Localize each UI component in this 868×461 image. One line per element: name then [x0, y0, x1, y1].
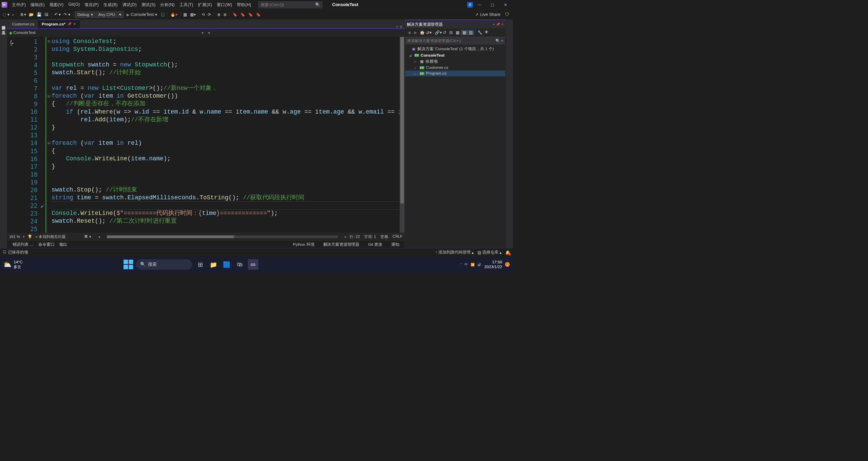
taskbar-notifications[interactable]: 1: [505, 262, 510, 267]
code-line-2[interactable]: using System.Diagnostics;: [52, 45, 400, 53]
close-tab-icon[interactable]: ✕: [73, 22, 76, 26]
visualstudio-icon[interactable]: ∞: [248, 259, 259, 270]
screwdriver-icon[interactable]: 🛠 ▾: [84, 234, 91, 239]
menu-0[interactable]: 文件(F): [10, 1, 28, 9]
solution-name-display[interactable]: ConsoleTest: [328, 1, 362, 8]
code-line-24[interactable]: swatch.Reset(); //第二次计时时进行重置: [52, 217, 400, 225]
nav-fwd-button[interactable]: ▸: [11, 11, 15, 18]
solution-search-input[interactable]: 搜索解决方案资源管理器(Ctrl+;) 🔍 ▾: [405, 37, 505, 44]
menu-3[interactable]: Git(G): [66, 1, 82, 9]
menu-2[interactable]: 视图(V): [47, 1, 66, 9]
code-line-25[interactable]: [52, 225, 400, 233]
edge-icon[interactable]: 🟦: [222, 259, 232, 270]
tb-icon-5[interactable]: ≣: [216, 11, 222, 18]
start-button[interactable]: [124, 260, 133, 269]
taskbar-weather[interactable]: ⛅ 14°C 多云: [3, 260, 22, 269]
maximize-button[interactable]: ▢: [487, 1, 498, 9]
volume-icon[interactable]: 🔊: [477, 263, 482, 266]
bottom-tab-right-3[interactable]: 通知: [389, 241, 402, 248]
hot-reload-icon[interactable]: 🔥▾: [169, 11, 179, 18]
se-home-icon[interactable]: 🏠: [419, 30, 425, 35]
code-line-20[interactable]: swatch.Stop(); //计时结束: [52, 186, 400, 194]
se-filter1-icon[interactable]: ▦: [461, 30, 467, 35]
bottom-tab-left-1[interactable]: 命令窗口: [36, 241, 57, 248]
se-preview-icon[interactable]: 👁: [484, 30, 490, 35]
new-item-button[interactable]: 🗎▾: [19, 11, 27, 18]
code-line-17[interactable]: }: [52, 163, 400, 171]
bookmark-icon[interactable]: 🔖: [231, 11, 239, 18]
add-source-control-button[interactable]: ↑添加到源代码管理▴: [435, 249, 473, 255]
se-collapse-icon[interactable]: ⊟: [448, 30, 454, 35]
nav-back-button[interactable]: ◌ ▾: [2, 11, 11, 18]
nav-member-dropdown[interactable]: ▾: [212, 29, 411, 36]
tb-icon-3[interactable]: ⟲: [201, 11, 206, 18]
panel-close-icon[interactable]: ✕: [501, 22, 504, 26]
config-dropdown[interactable]: Debug ▾: [75, 11, 95, 18]
save-button[interactable]: 💾: [35, 11, 43, 18]
code-line-9[interactable]: { //判断是否存在，不存在添加: [52, 100, 400, 108]
code-line-7[interactable]: var rel = new List<Customer>();//新new一个对…: [52, 84, 400, 92]
code-line-16[interactable]: Console.WriteLine(item.name);: [52, 155, 400, 163]
tb-icon-4[interactable]: ⟳: [207, 11, 212, 18]
panel-pin-icon[interactable]: 📌: [496, 22, 500, 26]
tab-program-cs[interactable]: Program.cs* 📌 ✕: [38, 19, 80, 28]
rail-server-explorer[interactable]: 服务器资源管理器: [1, 22, 6, 25]
pin-icon[interactable]: 📌: [68, 22, 72, 26]
tray-chevron-icon[interactable]: ˄: [460, 263, 462, 266]
tb-icon-2[interactable]: ▦▾: [189, 11, 197, 18]
platform-dropdown[interactable]: Any CPU ▾: [96, 11, 124, 18]
se-switch-icon[interactable]: ⇄▾: [426, 30, 432, 35]
tree-file-program[interactable]: ▷ C# Program.cs: [405, 71, 506, 76]
code-line-21[interactable]: string time = swatch.ElapsedMilliseconds…: [52, 194, 400, 202]
run-no-debug-button[interactable]: ▷: [160, 11, 166, 18]
se-filter2-icon[interactable]: ▧: [468, 30, 474, 35]
code-line-4[interactable]: Stopwatch swatch = new Stopwatch();: [52, 61, 400, 69]
code-line-12[interactable]: }: [52, 124, 400, 132]
code-line-19[interactable]: [52, 178, 400, 186]
user-avatar[interactable]: R: [467, 2, 473, 8]
horizontal-scrollbar[interactable]: [107, 235, 338, 238]
taskview-icon[interactable]: ⊞: [195, 259, 206, 270]
se-sync-icon[interactable]: 🔗▾: [435, 30, 441, 35]
select-repo-button[interactable]: ▤ 选择仓库▴: [477, 249, 502, 255]
code-line-8[interactable]: foreach (var item in GetCustomer()): [52, 92, 400, 100]
tb-icon-6[interactable]: ≣: [222, 11, 228, 18]
notifications-button[interactable]: 🔔 3: [505, 250, 510, 255]
tab-settings-icon[interactable]: ⚙: [400, 25, 402, 28]
menu-4[interactable]: 项目(P): [82, 1, 101, 9]
status-saved[interactable]: 🗨 已保存的项: [3, 249, 28, 255]
tb-icon-1[interactable]: ▦: [182, 11, 188, 18]
explorer-icon[interactable]: 📁: [208, 259, 219, 270]
nav-project-dropdown[interactable]: ◆ ConsoleTest▾: [7, 29, 206, 36]
menu-10[interactable]: 扩展(X): [195, 1, 214, 9]
code-line-22[interactable]: [52, 202, 400, 209]
bottom-tab-right-0[interactable]: Python 环境: [290, 241, 317, 248]
bookmark-clear-icon[interactable]: 🔖: [255, 11, 262, 18]
se-fwd-icon[interactable]: ▶: [413, 30, 419, 35]
tree-project-node[interactable]: ◢ C# ConsoleTest: [405, 52, 506, 58]
menu-7[interactable]: 测试(S): [139, 1, 158, 9]
run-button[interactable]: ▶ConsoleTest ▾: [124, 11, 159, 18]
code-line-23[interactable]: Console.WriteLine($"=========代码执行时间：{tim…: [52, 209, 400, 217]
menu-1[interactable]: 编辑(E): [28, 1, 47, 9]
issues-status[interactable]: ●未找到相关问题: [35, 234, 65, 239]
menu-8[interactable]: 分析(N): [158, 1, 177, 9]
se-showall-icon[interactable]: ▦: [455, 30, 461, 35]
menu-9[interactable]: 工具(T): [177, 1, 195, 9]
taskbar-search[interactable]: 🔍 搜索: [136, 259, 192, 270]
code-line-14[interactable]: foreach (var item in rel): [52, 139, 400, 147]
store-icon[interactable]: 🛍: [235, 259, 245, 270]
code-line-1[interactable]: using ConsoleTest;: [52, 38, 400, 45]
menu-5[interactable]: 生成(B): [101, 1, 120, 9]
code-line-18[interactable]: [52, 171, 400, 178]
rail-toolbox[interactable]: 工具箱: [1, 27, 6, 30]
redo-button[interactable]: ↷ ▾: [62, 11, 71, 18]
bookmark-next-icon[interactable]: 🔖: [247, 11, 254, 18]
indent-mode[interactable]: 空格: [380, 234, 388, 239]
bottom-tab-left-2[interactable]: 输出: [57, 241, 70, 248]
bottom-tab-left-0[interactable]: 错误列表 …: [10, 241, 36, 248]
tree-deps-node[interactable]: ▷ ▦ 依赖项: [405, 58, 506, 65]
nav-type-dropdown[interactable]: ▾: [206, 29, 212, 36]
code-line-10[interactable]: if (rel.Where(w => w.id == item.id & w.n…: [52, 108, 400, 116]
close-button[interactable]: ✕: [499, 1, 511, 9]
